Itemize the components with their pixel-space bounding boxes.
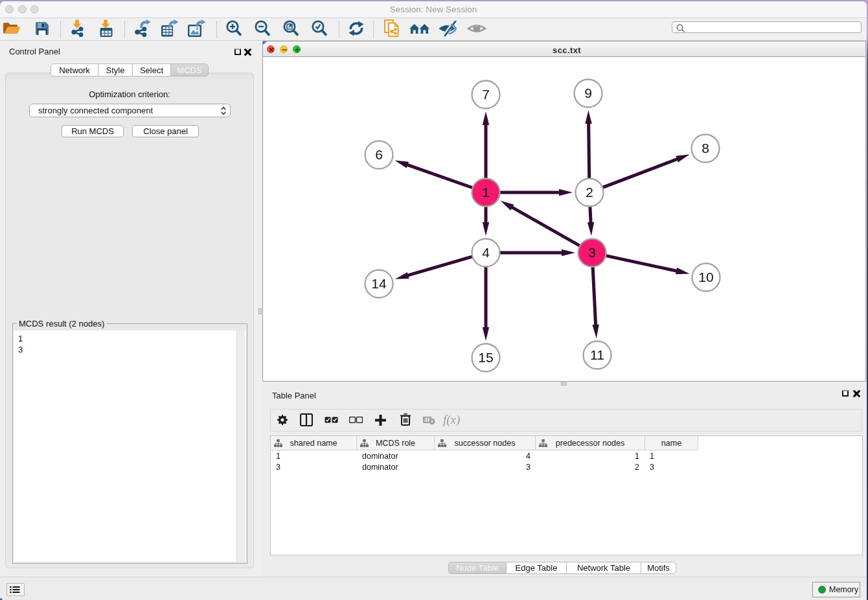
svg-text:15: 15	[478, 350, 493, 365]
svg-text:9: 9	[584, 86, 592, 100]
svg-text:14: 14	[371, 276, 387, 291]
svg-text:7: 7	[482, 87, 490, 102]
svg-text:f(x): f(x)	[443, 413, 460, 427]
svg-text:10: 10	[698, 270, 713, 284]
svg-text:1: 1	[482, 185, 490, 200]
svg-text:4: 4	[482, 245, 490, 260]
svg-text:11: 11	[590, 347, 604, 362]
svg-text:3: 3	[588, 245, 596, 260]
svg-text:2: 2	[586, 185, 593, 200]
svg-text:6: 6	[375, 147, 383, 162]
svg-text:8: 8	[702, 141, 709, 156]
